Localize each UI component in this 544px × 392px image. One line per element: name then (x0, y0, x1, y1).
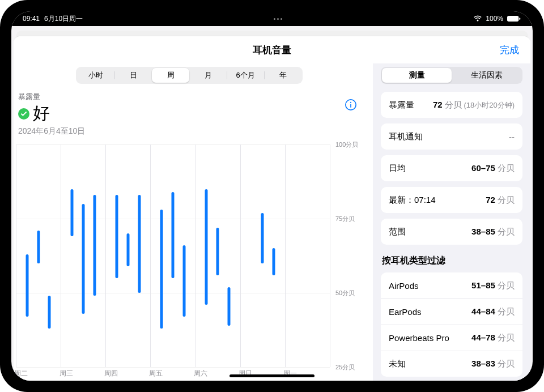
screen: 09:41 6月10日周一 100% 耳机音量 (11, 11, 533, 381)
time-seg-6个月[interactable]: 6个月 (227, 68, 264, 83)
svg-rect-0 (507, 16, 518, 22)
range-bar[interactable] (37, 231, 40, 263)
status-date: 6月10日周一 (44, 14, 83, 24)
done-button[interactable]: 完成 (500, 44, 519, 57)
status-bar: 09:41 6月10日周一 100% (11, 11, 533, 26)
filter-label: AirPods (389, 281, 419, 291)
summary-label: 暴露量 (18, 92, 365, 102)
range-bar[interactable] (160, 210, 163, 329)
filter-row[interactable]: Powerbeats Pro44–78 分贝 (381, 325, 522, 351)
metric-label: 范围 (389, 227, 406, 237)
filter-label: Powerbeats Pro (389, 333, 449, 343)
time-range-segmented-control[interactable]: 小时日周月6个月年 (76, 67, 303, 84)
range-bar[interactable] (172, 192, 175, 278)
metric-value: 38–85 分贝 (471, 227, 515, 237)
range-bar[interactable] (93, 195, 96, 296)
status-time: 09:41 (23, 15, 40, 23)
filter-label: EarPods (389, 307, 422, 317)
range-bar[interactable] (205, 189, 208, 305)
metric-label: 耳机通知 (389, 131, 423, 142)
time-seg-年[interactable]: 年 (264, 68, 301, 83)
time-seg-小时[interactable]: 小时 (77, 68, 114, 83)
filter-value: 38–83 分贝 (471, 359, 515, 369)
time-seg-月[interactable]: 月 (189, 68, 227, 83)
x-tick-label: 周二 (14, 369, 28, 378)
ipad-frame: 09:41 6月10日周一 100% 耳机音量 (0, 0, 544, 392)
metric-value: -- (509, 132, 515, 142)
range-bar[interactable] (48, 296, 51, 329)
metric-label: 最新：07:14 (389, 195, 436, 206)
metric-card[interactable]: 范围38–85 分贝 (381, 219, 522, 245)
metric-card[interactable]: 暴露量72 分贝 (18小时20分钟) (381, 92, 522, 118)
filter-label: 未知 (389, 359, 406, 369)
time-seg-日[interactable]: 日 (114, 68, 152, 83)
x-tick-label: 周六 (194, 369, 207, 378)
side-segmented-control[interactable]: 测量生活因素 (381, 67, 522, 84)
metric-label: 日均 (389, 163, 406, 174)
svg-rect-1 (519, 18, 520, 20)
chart[interactable]: 25分贝50分贝75分贝100分贝周二周三周四周五周六周日周一 (16, 144, 363, 381)
sheet-header: 耳机音量 完成 (14, 36, 530, 63)
x-tick-label: 周四 (104, 369, 118, 378)
metric-card[interactable]: 耳机通知-- (381, 123, 522, 150)
svg-point-4 (350, 102, 351, 103)
multitask-dots-icon[interactable] (274, 18, 282, 20)
metrics-group: 暴露量72 分贝 (18小时20分钟)耳机通知--日均60–75 分贝最新：07… (381, 92, 522, 245)
chart-plot-area: 25分贝50分贝75分贝100分贝周二周三周四周五周六周日周一 (16, 144, 330, 367)
x-tick-label: 周三 (60, 369, 73, 378)
filter-section-title: 按耳机类型过滤 (382, 255, 521, 267)
checkmark-icon (18, 108, 29, 120)
y-tick-label: 75分贝 (332, 214, 363, 223)
filter-value: 44–78 分贝 (471, 333, 515, 343)
range-bar[interactable] (70, 189, 73, 237)
metric-label: 暴露量 (389, 100, 414, 110)
range-bar[interactable] (216, 228, 219, 275)
range-bar[interactable] (126, 233, 129, 266)
status-battery-text: 100% (486, 15, 503, 23)
y-tick-label: 25分贝 (332, 363, 363, 372)
svg-rect-3 (350, 104, 351, 108)
range-bar[interactable] (227, 287, 230, 326)
range-bar[interactable] (82, 204, 84, 314)
x-tick-label: 周五 (149, 369, 163, 378)
metric-value: 60–75 分贝 (471, 163, 515, 174)
y-tick-label: 100分贝 (332, 140, 363, 149)
home-indicator[interactable] (230, 374, 314, 377)
range-bar[interactable] (182, 245, 185, 317)
metric-value: 72 分贝 (18小时20分钟) (433, 100, 515, 110)
metric-card[interactable]: 最新：07:1472 分贝 (381, 187, 522, 213)
time-seg-周[interactable]: 周 (152, 68, 189, 83)
side-panel: 测量生活因素 暴露量72 分贝 (18小时20分钟)耳机通知--日均60–75 … (373, 63, 530, 381)
summary-status: 好 (33, 102, 50, 125)
filter-value: 44–84 分贝 (471, 306, 515, 317)
side-seg-测量[interactable]: 测量 (382, 68, 452, 83)
info-icon[interactable] (345, 99, 357, 111)
range-bar[interactable] (138, 195, 141, 293)
filter-row[interactable]: EarPods44–84 分贝 (381, 299, 522, 325)
range-bar[interactable] (273, 248, 275, 275)
wifi-icon (473, 15, 482, 22)
y-tick-label: 50分贝 (332, 288, 363, 297)
range-bar[interactable] (116, 195, 118, 278)
page-title: 耳机音量 (253, 44, 291, 57)
main-panel: 小时日周月6个月年 暴露量 好 2024年6月4至10日 (14, 63, 373, 381)
metric-value: 72 分贝 (486, 195, 515, 206)
summary-date-range: 2024年6月4至10日 (18, 126, 365, 137)
filter-value: 51–85 分贝 (471, 280, 515, 291)
summary-block: 暴露量 好 2024年6月4至10日 (16, 90, 365, 139)
battery-icon (507, 15, 521, 22)
range-bar[interactable] (26, 254, 28, 317)
metric-card[interactable]: 日均60–75 分贝 (381, 155, 522, 181)
filter-row[interactable]: 未知38–83 分贝 (381, 351, 522, 377)
detail-sheet: 耳机音量 完成 小时日周月6个月年 暴露量 (14, 36, 530, 381)
filter-group: AirPods51–85 分贝EarPods44–84 分贝Powerbeats… (381, 272, 522, 377)
side-seg-生活因素[interactable]: 生活因素 (452, 68, 521, 83)
filter-row[interactable]: AirPods51–85 分贝 (381, 272, 522, 299)
range-bar[interactable] (261, 213, 264, 263)
